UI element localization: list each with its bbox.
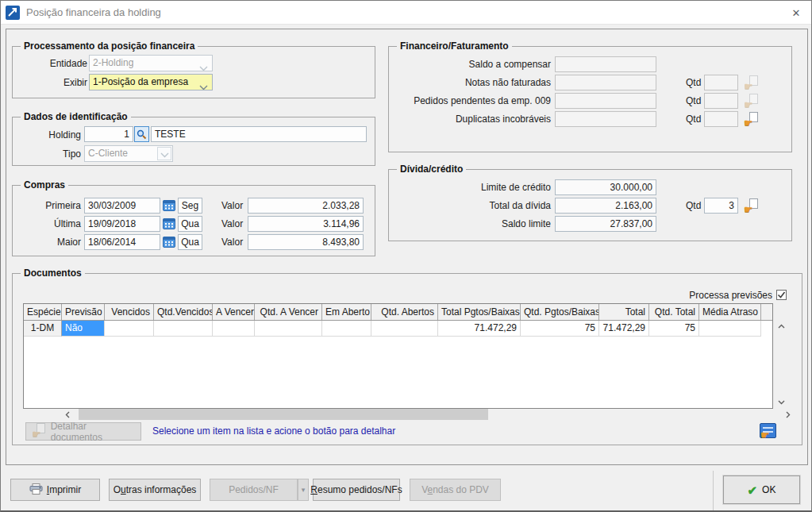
- divida-qtd-field[interactable]: 3: [704, 198, 738, 214]
- column-header-filler: [761, 304, 772, 320]
- pedidos-pendentes-field: [555, 93, 656, 109]
- cell-previsao-selected[interactable]: Não: [62, 321, 105, 337]
- notas-nao-faturadas-label: Notas não faturadas: [397, 75, 551, 90]
- qtd-label: Qtd: [686, 198, 705, 214]
- ultima-weekday: Qua: [178, 216, 202, 232]
- column-header[interactable]: Média Atraso: [699, 304, 761, 320]
- ultima-date-field[interactable]: 19/09/2018: [84, 216, 160, 232]
- ok-label: OK: [762, 484, 775, 495]
- column-header[interactable]: A Vencer: [213, 304, 255, 320]
- saldo-limite-label: Saldo limite: [397, 216, 551, 232]
- column-header[interactable]: Espécie: [24, 304, 62, 320]
- maior-valor-field: 8.493,80: [248, 234, 364, 250]
- cell-qtd-a-vencer[interactable]: [255, 321, 322, 337]
- hand-document-icon[interactable]: ☛: [745, 198, 759, 212]
- processa-previsoes-label: Processa previsões: [574, 287, 772, 303]
- printer-icon: [29, 483, 43, 497]
- calendar-icon[interactable]: [163, 199, 176, 212]
- hand-document-icon: ☛: [745, 94, 759, 107]
- column-header[interactable]: Qtd. Total: [649, 304, 699, 320]
- chevron-down-icon: [199, 80, 208, 90]
- scroll-up-icon[interactable]: [775, 321, 788, 333]
- detalhar-hint-text: Selecione um item na lista e acione o bo…: [152, 425, 395, 437]
- primeira-valor-field: 2.033,28: [248, 198, 364, 214]
- tipo-label: Tipo: [21, 146, 81, 162]
- qtd-label: Qtd: [686, 75, 705, 90]
- cell-qtd-total[interactable]: 75: [649, 321, 699, 337]
- scrollbar-thumb[interactable]: [79, 409, 488, 420]
- search-icon[interactable]: [134, 126, 149, 142]
- limite-credito-field: 30.000,00: [555, 179, 656, 195]
- outras-informacoes-button[interactable]: Outras informações: [109, 479, 201, 501]
- check-icon: ✔: [748, 484, 758, 496]
- close-icon[interactable]: ✕: [789, 6, 803, 20]
- table-row[interactable]: 1-DM Não 71.472,29 75 71.472,29 75: [24, 321, 772, 337]
- scroll-down-icon[interactable]: [775, 396, 788, 408]
- footer-separator: [713, 471, 714, 511]
- resumo-pedidos-nfs-button[interactable]: Resumo pedidos/NFs: [313, 479, 400, 501]
- cell-vencidos[interactable]: [105, 321, 154, 337]
- holding-code-field[interactable]: 1: [84, 126, 133, 142]
- cell-total-pgtos[interactable]: 71.472,29: [438, 321, 521, 337]
- holding-name-field[interactable]: TESTE: [151, 126, 367, 142]
- hand-document-icon: ☛: [33, 423, 46, 437]
- group-processamento: Processamento da posição financeira Enti…: [12, 46, 375, 98]
- group-divida-credito: Dívida/crédito Limite de crédito 30.000,…: [388, 169, 792, 241]
- column-header[interactable]: Previsão: [62, 304, 105, 320]
- table-header-row: Espécie Previsão Vencidos Qtd.Vencidos A…: [24, 304, 772, 321]
- detail-grid-icon[interactable]: ☛: [760, 423, 776, 438]
- dialog-posicao-financeira: Posição financeira da holding ✕ Processa…: [0, 0, 812, 512]
- cell-em-aberto[interactable]: [322, 321, 371, 337]
- imprimir-button[interactable]: Imprimir: [10, 479, 100, 501]
- total-divida-field: 2.163,00: [555, 198, 656, 214]
- cell-qtd-abertos[interactable]: [371, 321, 438, 337]
- primeira-weekday: Seg: [178, 198, 202, 214]
- group-documentos-title: Documentos: [21, 268, 85, 279]
- hand-document-icon: ☛: [745, 75, 759, 89]
- vertical-scrollbar[interactable]: [775, 321, 788, 408]
- maior-weekday: Qua: [178, 234, 202, 250]
- documentos-table: Espécie Previsão Vencidos Qtd.Vencidos A…: [23, 303, 793, 420]
- exibir-combobox[interactable]: 1-Posição da empresa: [89, 74, 213, 90]
- chevron-down-icon: [199, 61, 208, 71]
- processa-previsoes-checkbox[interactable]: [776, 290, 787, 300]
- cell-media-atraso[interactable]: [699, 321, 761, 337]
- tipo-value: C-Cliente: [88, 148, 128, 159]
- column-header[interactable]: Qtd. A Vencer: [255, 304, 322, 320]
- maior-date-field[interactable]: 18/06/2014: [84, 234, 160, 250]
- vendas-do-pdv-button: Vendas do PDV: [410, 479, 501, 501]
- cell-qtd-pgtos[interactable]: 75: [521, 321, 599, 337]
- qtd-label: Qtd: [686, 93, 705, 109]
- group-compras: Compras Primeira 30/03/2009 Seg Valor 2.…: [12, 185, 375, 256]
- hand-document-icon[interactable]: ☛: [745, 112, 759, 125]
- column-header[interactable]: Total: [599, 304, 649, 320]
- column-header[interactable]: Qtd. Abertos: [371, 304, 438, 320]
- cell-especie[interactable]: 1-DM: [24, 321, 62, 337]
- column-header[interactable]: Em Aberto: [322, 304, 371, 320]
- duplicatas-qtd-field: [704, 111, 738, 127]
- ok-button[interactable]: ✔ OK: [723, 475, 800, 504]
- ultima-valor-field: 3.114,96: [248, 216, 364, 232]
- column-header[interactable]: Vencidos: [105, 304, 154, 320]
- horizontal-scrollbar[interactable]: [62, 409, 793, 420]
- detalhar-documentos-label: Detalhar documentos: [51, 421, 134, 443]
- cell-total[interactable]: 71.472,29: [599, 321, 649, 337]
- column-header[interactable]: Qtd. Pgtos/Baixas: [521, 304, 599, 320]
- cell-qtd-vencidos[interactable]: [154, 321, 213, 337]
- group-compras-title: Compras: [21, 179, 68, 191]
- primeira-date-field[interactable]: 30/03/2009: [84, 198, 160, 214]
- titlebar: Posição financeira da holding ✕: [1, 1, 811, 25]
- column-header[interactable]: Total Pgtos/Baixas: [438, 304, 521, 320]
- total-divida-label: Total da dívida: [397, 198, 551, 214]
- scroll-right-icon[interactable]: [782, 409, 793, 420]
- cell-a-vencer[interactable]: [213, 321, 255, 337]
- calendar-icon[interactable]: [163, 218, 176, 230]
- scroll-left-icon[interactable]: [62, 409, 73, 420]
- documentos-table-content: Espécie Previsão Vencidos Qtd.Vencidos A…: [23, 303, 773, 409]
- calendar-icon[interactable]: [163, 236, 176, 248]
- column-header[interactable]: Qtd.Vencidos: [154, 304, 213, 320]
- primeira-label: Primeira: [21, 198, 81, 214]
- duplicatas-incobraveis-field: [555, 111, 656, 127]
- exibir-value: 1-Posição da empresa: [93, 76, 188, 87]
- group-dados-title: Dados de identificação: [21, 111, 131, 122]
